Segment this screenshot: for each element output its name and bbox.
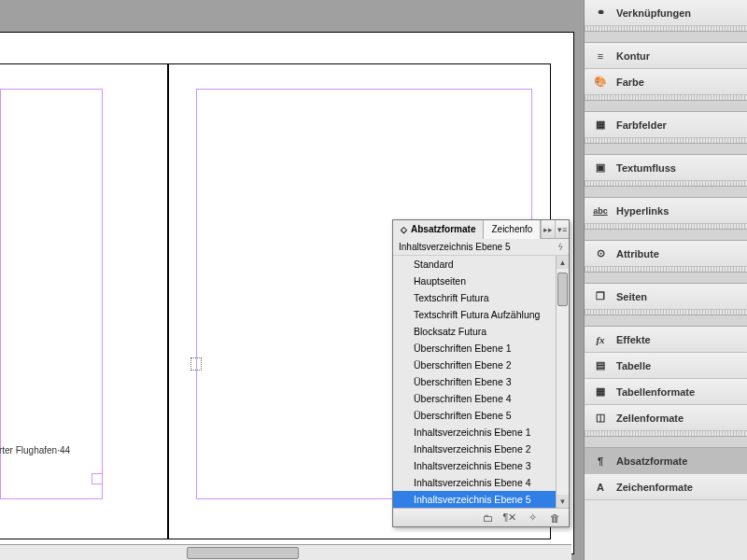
swatches-icon: ▦ [592, 118, 609, 133]
delete-style-icon[interactable]: 🗑 [546, 511, 563, 525]
paragraph-styles-panel[interactable]: ◇ Absatzformate Zeichenfo ▸▸ ▾≡ Inhaltsv… [392, 219, 570, 527]
panel-label: Farbfelder [616, 119, 667, 131]
panel-button-attribute[interactable]: ⊙Attribute [585, 241, 747, 267]
panel-gap [585, 230, 747, 241]
style-item[interactable]: Überschriften Ebene 4 [393, 390, 569, 407]
current-style-row: Inhaltsverzeichnis Ebene 5 ϟ [393, 239, 569, 256]
panel-label: Tabellenformate [616, 386, 695, 398]
tab-label: Absatzformate [411, 224, 475, 234]
style-item[interactable]: Inhaltsverzeichnis Ebene 3 [393, 457, 569, 474]
text-outport-indicator[interactable] [92, 473, 103, 484]
scroll-up-icon[interactable]: ▲ [557, 256, 569, 269]
panel-button-cellstyles[interactable]: ◫Zellenformate [585, 405, 747, 431]
style-item[interactable]: Blocksatz Futura [393, 323, 569, 340]
attribute-icon: ⊙ [592, 246, 609, 261]
pages-icon: ❐ [592, 289, 609, 304]
vertical-scrollbar[interactable]: ▲ ▼ [556, 256, 569, 508]
tab-label: Zeichenfo [491, 224, 532, 234]
panel-label: Attribute [616, 248, 659, 259]
tab-character-styles[interactable]: Zeichenfo [484, 220, 541, 239]
scroll-down-icon[interactable]: ▼ [557, 495, 569, 508]
style-item[interactable]: Inhaltsverzeichnis Ebene 2 [393, 441, 569, 457]
panel-gap [585, 144, 747, 155]
fx-icon: fx [592, 332, 609, 347]
char-icon: A [592, 480, 609, 495]
panel-label: Tabelle [616, 360, 651, 371]
clear-override-icon[interactable]: ¶✕ [501, 511, 518, 525]
panel-label: Absatzformate [616, 455, 687, 467]
style-item[interactable]: Inhaltsverzeichnis Ebene 5 [393, 491, 569, 508]
quick-apply-icon[interactable]: ϟ [557, 242, 563, 252]
tablestyles-icon: ▦ [592, 385, 609, 399]
sort-icon: ◇ [401, 225, 407, 234]
table-icon: ▤ [592, 358, 609, 373]
panel-label: Zeichenformate [616, 482, 693, 493]
hyperlink-icon: abc [592, 203, 609, 218]
stroke-icon: ≡ [592, 49, 609, 63]
panel-gap [585, 101, 747, 112]
style-list[interactable]: StandardHauptseitenTextschrift FuturaTex… [393, 256, 569, 508]
new-style-icon[interactable]: ✧ [524, 511, 541, 525]
panel-label: Effekte [616, 334, 651, 345]
panel-label: Zellenformate [616, 413, 684, 424]
style-item[interactable]: Inhaltsverzeichnis Ebene 1 [393, 424, 569, 441]
color-icon: 🎨 [592, 75, 609, 90]
panel-label: Hyperlinks [616, 205, 669, 217]
style-item[interactable]: Überschriften Ebene 2 [393, 357, 569, 373]
scrollbar-thumb[interactable] [187, 547, 299, 559]
text-insertion-cursor [190, 357, 202, 371]
panel-button-wrap[interactable]: ▣Textumfluss [585, 155, 747, 181]
panel-label: Verknüpfungen [616, 7, 691, 19]
style-item[interactable]: Standard [393, 256, 569, 273]
panel-button-para[interactable]: ¶Absatzformate [585, 448, 747, 474]
panel-button-pages[interactable]: ❐Seiten [585, 284, 747, 310]
style-item[interactable]: Hauptseiten [393, 273, 569, 289]
panel-button-color[interactable]: 🎨Farbe [585, 69, 747, 95]
panel-gap [585, 32, 747, 43]
margin-guide-left [0, 89, 103, 499]
style-item[interactable]: Textschrift Futura [393, 289, 569, 306]
panel-gap [585, 315, 747, 327]
wrap-icon: ▣ [592, 161, 609, 175]
panel-label: Kontur [616, 50, 650, 62]
new-folder-icon[interactable]: 🗀 [479, 511, 496, 525]
page-caption: nkfurter Flughafen·44 [0, 445, 70, 455]
style-item[interactable]: Überschriften Ebene 3 [393, 373, 569, 390]
collapse-panel-icon[interactable]: ▸▸ [541, 220, 555, 239]
panel-footer: 🗀 ¶✕ ✧ 🗑 [393, 508, 569, 526]
style-item[interactable]: Inhaltsverzeichnis Ebene 4 [393, 474, 569, 491]
current-style-name: Inhaltsverzeichnis Ebene 5 [399, 242, 511, 252]
style-item[interactable]: Überschriften Ebene 1 [393, 340, 569, 357]
panel-menu-icon[interactable]: ▾≡ [555, 220, 569, 239]
style-item[interactable]: Überschriften Ebene 5 [393, 407, 569, 424]
panel-label: Textumfluss [616, 162, 676, 174]
panel-button-char[interactable]: AZeichenformate [585, 474, 747, 500]
style-item[interactable]: Textschrift Futura Aufzählung [393, 306, 569, 323]
link-icon: ⚭ [592, 6, 609, 21]
panel-gap [585, 437, 747, 448]
para-icon: ¶ [592, 454, 609, 469]
panel-tabs: ◇ Absatzformate Zeichenfo ▸▸ ▾≡ [393, 220, 569, 239]
scrollbar-thumb[interactable] [557, 273, 568, 306]
panel-label: Seiten [616, 291, 647, 302]
panel-button-fx[interactable]: fxEffekte [585, 327, 747, 353]
cellstyles-icon: ◫ [592, 411, 609, 426]
panel-gap [585, 187, 747, 198]
panel-button-tablestyles[interactable]: ▦Tabellenformate [585, 379, 747, 405]
panel-dock: ⚭Verknüpfungen≡Kontur🎨Farbe▦Farbfelder▣T… [584, 0, 747, 560]
panel-button-stroke[interactable]: ≡Kontur [585, 43, 747, 69]
panel-button-table[interactable]: ▤Tabelle [585, 353, 747, 379]
panel-gap [585, 273, 747, 284]
panel-button-swatches[interactable]: ▦Farbfelder [585, 112, 747, 138]
panel-button-link[interactable]: ⚭Verknüpfungen [585, 0, 747, 26]
horizontal-scrollbar[interactable] [0, 544, 571, 560]
panel-label: Farbe [616, 77, 644, 88]
tab-paragraph-styles[interactable]: ◇ Absatzformate [393, 220, 484, 239]
panel-button-hyperlink[interactable]: abcHyperlinks [585, 198, 747, 224]
